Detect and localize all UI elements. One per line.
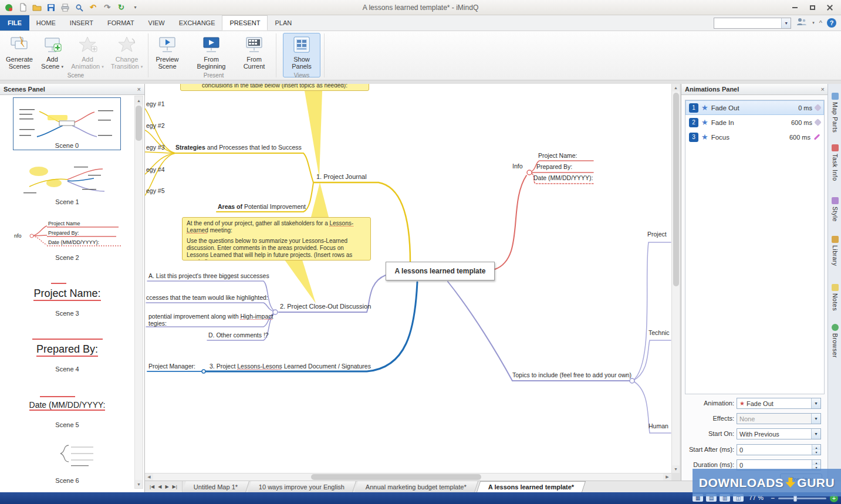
topic-stub-technic[interactable]: Technic [649, 329, 670, 336]
animations-panel-close-icon[interactable]: × [821, 86, 825, 93]
topic-strategy-3[interactable]: egy #3 [146, 144, 165, 151]
combobox-dropdown-icon[interactable]: ▼ [781, 18, 791, 28]
spin-up-icon[interactable]: ▴ [812, 445, 820, 450]
search-icon[interactable] [73, 2, 85, 12]
topic-close-out[interactable]: 2. Project Close-Out Discussion [280, 303, 371, 310]
help-icon[interactable]: ? [827, 18, 836, 28]
side-tab-library[interactable]: Library [828, 234, 841, 266]
topic-signatures[interactable]: 3. Project Lessons-Lesons Learned Docume… [210, 363, 371, 370]
spin-up-icon[interactable]: ▴ [812, 460, 820, 465]
scene-item-2[interactable]: Project Name Prepared By: Date (MM/DD/YY… [7, 209, 127, 262]
topic-strategies[interactable]: Strategies and Processes that led to Suc… [175, 144, 302, 151]
show-panels-button[interactable]: Show Panels [283, 33, 320, 77]
add-animation-button[interactable]: Add Animation ▾ [69, 33, 106, 77]
scenes-panel-close-icon[interactable]: × [137, 86, 141, 93]
topic-item-a[interactable]: A. List this project's three biggest suc… [148, 272, 269, 279]
first-tab-icon[interactable]: |◀ [148, 484, 156, 489]
scene-item-5[interactable]: Date (MM/DD/YYYY: Scene 5 [7, 376, 127, 429]
open-file-icon[interactable] [31, 2, 42, 12]
topic-item-c[interactable]: potential improvement along with High-im… [148, 313, 273, 327]
side-tab-style[interactable]: Style [828, 195, 841, 222]
effects-select[interactable]: None ▼ [737, 413, 821, 424]
map-tab-10-ways[interactable]: 10 ways improve your English [248, 481, 356, 492]
people-icon[interactable] [796, 18, 808, 28]
topic-stub-human[interactable]: Human [649, 422, 668, 429]
scenes-scrollbar-thumb[interactable] [136, 106, 142, 141]
from-beginning-button[interactable]: From Beginning [194, 33, 229, 77]
dropdown-icon[interactable]: ▼ [811, 429, 820, 439]
generate-scenes-button[interactable]: Generate Scenes [4, 33, 35, 77]
tab-file[interactable]: FILE [0, 15, 29, 31]
scene-item-0[interactable]: Scene 0 [13, 97, 121, 150]
spin-down-icon[interactable]: ▾ [812, 450, 820, 455]
scroll-left-icon[interactable]: ◀ [145, 473, 153, 481]
canvas-vertical-scrollbar[interactable]: ▲ ▼ [671, 84, 680, 473]
next-tab-icon[interactable]: ▶ [164, 484, 170, 489]
topic-topics-to-include[interactable]: Topics to include (feel free to add your… [512, 371, 631, 378]
close-button[interactable] [826, 4, 834, 12]
add-scene-button[interactable]: Add Scene ▾ [38, 33, 67, 77]
last-tab-icon[interactable]: ▶| [171, 484, 178, 489]
canvas-hscroll-thumb[interactable] [311, 474, 481, 480]
canvas-horizontal-scrollbar[interactable]: ◀ ▶ [145, 473, 671, 481]
map-tab-untitled[interactable]: Untitled Map 1* [183, 481, 249, 492]
ribbon-combobox[interactable]: ▼ [714, 18, 791, 29]
tab-format[interactable]: FORMAT [100, 15, 141, 31]
dropdown-icon[interactable]: ▼ [811, 414, 820, 424]
refresh-icon[interactable]: ↻ [116, 2, 127, 12]
animation-row-fade-in[interactable]: 2 ★ Fade In 600 ms [685, 115, 824, 130]
topic-date[interactable]: Date (MM/DD/YYYY): [533, 174, 593, 181]
callout-top[interactable]: conclusions in the table below (insert t… [180, 84, 369, 91]
previous-tab-icon[interactable]: ◀ [157, 484, 163, 489]
topic-item-b[interactable]: ccesses that the team would like highlig… [146, 294, 268, 301]
undo-icon[interactable]: ↶ [87, 2, 99, 12]
redo-icon[interactable]: ↷ [102, 2, 113, 12]
collapse-ribbon-icon[interactable]: ^ [819, 19, 822, 26]
scene-item-3[interactable]: Project Name: Scene 3 [7, 265, 127, 317]
topic-stub-project[interactable]: Project [647, 231, 667, 238]
preview-scene-button[interactable]: Preview Scene [151, 33, 183, 77]
customize-toolbar-dropdown-icon[interactable]: ▾ [130, 2, 141, 12]
map-tab-annual-budget[interactable]: Annual marketing budget template* [354, 481, 478, 492]
tab-plan[interactable]: PLAN [268, 15, 299, 31]
tab-view[interactable]: VIEW [141, 15, 172, 31]
topic-project-journal[interactable]: 1. Project Journal [316, 173, 367, 180]
tab-exchange[interactable]: EXCHANGE [172, 15, 222, 31]
topic-strategy-1[interactable]: egy #1 [146, 100, 165, 107]
map-tab-lessons-learned[interactable]: A lessons learned template* [477, 481, 586, 492]
topic-info[interactable]: Info [512, 163, 523, 170]
new-document-icon[interactable] [17, 2, 28, 12]
topic-strategy-5[interactable]: egy #5 [146, 187, 165, 194]
tab-insert[interactable]: INSERT [63, 15, 100, 31]
callout-main[interactable]: At the end of your project, gather all s… [182, 217, 371, 261]
start-after-input[interactable]: 0 ▴ ▾ [737, 444, 821, 455]
zoom-slider[interactable] [778, 498, 826, 499]
side-tab-map-parts[interactable]: Map Parts [828, 91, 841, 133]
print-icon[interactable] [59, 2, 70, 12]
topic-strategy-2[interactable]: egy #2 [146, 122, 165, 129]
scenes-scrollbar[interactable]: ▲ ▼ [134, 96, 143, 489]
scene-item-1[interactable]: Scene 1 [7, 153, 127, 206]
scene-item-4[interactable]: Prepared By: Scene 4 [7, 320, 127, 373]
topic-strategy-4[interactable]: egy #4 [146, 166, 165, 173]
scroll-down-icon[interactable]: ▼ [672, 465, 680, 473]
maximize-button[interactable] [808, 4, 816, 12]
scroll-down-icon[interactable]: ▼ [135, 480, 143, 488]
topic-prepared-by[interactable]: Prepared By: [536, 163, 572, 170]
animation-select[interactable]: ★ Fade Out ▼ [737, 398, 821, 409]
scroll-right-icon[interactable]: ▶ [663, 473, 671, 481]
start-on-select[interactable]: With Previous ▼ [737, 428, 821, 439]
side-tab-browser[interactable]: Browser [828, 322, 841, 358]
tab-home[interactable]: HOME [29, 15, 63, 31]
topic-areas-improvement[interactable]: Areas of Potential Improvement [218, 203, 306, 210]
animation-row-focus[interactable]: 3 ★ Focus 600 ms [685, 130, 824, 144]
canvas-vscroll-thumb[interactable] [673, 93, 679, 286]
animation-row-fade-out[interactable]: 1 ★ Fade Out 0 ms [685, 100, 824, 115]
topic-project-manager[interactable]: Project Manager: [148, 363, 195, 370]
save-icon[interactable] [45, 2, 56, 12]
side-tab-notes[interactable]: Notes [828, 282, 841, 311]
change-transition-button[interactable]: Change Transition ▾ [108, 33, 146, 77]
scene-item-6[interactable]: Scene 6 [7, 432, 127, 485]
app-logo-icon[interactable] [3, 2, 14, 12]
scroll-up-icon[interactable]: ▲ [135, 96, 143, 104]
